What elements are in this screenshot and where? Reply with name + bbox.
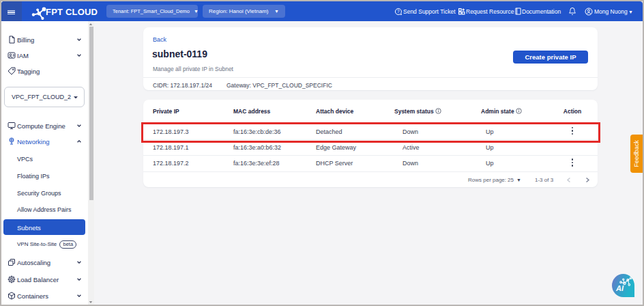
svg-text:?: ? [397, 9, 400, 14]
